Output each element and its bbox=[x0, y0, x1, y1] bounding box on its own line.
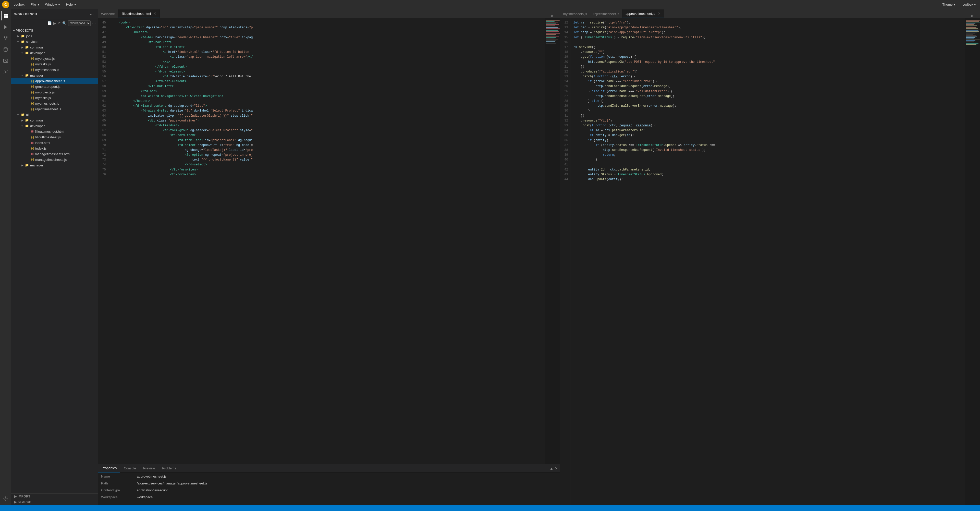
sidebar-import[interactable]: ▶ IMPORT bbox=[11, 493, 98, 499]
tree-item-managetimesheets-js[interactable]: ▶ {·} managetimesheets.js bbox=[11, 157, 98, 162]
more-tabs-icon[interactable]: ⋯ bbox=[554, 14, 558, 18]
tab-welcome[interactable]: Welcome bbox=[98, 10, 118, 18]
sidebar-search[interactable]: ▶ SEARCH bbox=[11, 499, 98, 505]
activity-explorer[interactable] bbox=[1, 11, 10, 21]
panel-label-path: Path bbox=[101, 481, 137, 485]
sidebar-content: ▾ PROJECTS ▶ 📁 jobs ▾ 📁 services bbox=[11, 27, 98, 493]
left-line-numbers: 45 46 47 48 49 50 51 52 53 54 55 56 bbox=[98, 18, 108, 464]
tab-fillouttimesheet-html[interactable]: fillouttimesheet.html ✕ bbox=[118, 10, 160, 18]
tree-item-services-developer[interactable]: ▾ 📁 developer bbox=[11, 50, 98, 56]
sidebar-title: Workbench bbox=[14, 13, 37, 16]
tree-file-icon[interactable]: 📄 bbox=[48, 21, 52, 25]
workspace-selector[interactable]: workspace bbox=[68, 21, 91, 26]
tree-item-mytasks-mgr[interactable]: ▶ {·} mytasks.js bbox=[11, 95, 98, 100]
panel-close-icon[interactable]: ✕ bbox=[555, 466, 558, 470]
panel-tab-properties[interactable]: Properties bbox=[98, 464, 120, 473]
panel-label-name: Name bbox=[101, 474, 137, 478]
tree-item-mytimesheets-dev[interactable]: ▶ {·} mytimesheets.js bbox=[11, 67, 98, 73]
left-code-editor: 45 46 47 48 49 50 51 52 53 54 55 56 bbox=[98, 18, 560, 464]
svg-line-9 bbox=[4, 38, 6, 39]
projects-header[interactable]: ▾ PROJECTS bbox=[11, 28, 98, 33]
tree-item-ui-developer[interactable]: ▾ 📁 developer bbox=[11, 123, 98, 129]
panel-tab-problems[interactable]: Problems bbox=[159, 464, 180, 473]
tree-item-fillouttimesheet-html[interactable]: ▶ ⊞ fillouttimesheet.html bbox=[11, 129, 98, 134]
activity-settings[interactable] bbox=[1, 493, 10, 503]
left-code-content[interactable]: <body> <fd-wizard dg-size="md" current-s… bbox=[108, 18, 545, 464]
panel-tab-console[interactable]: Console bbox=[120, 464, 140, 473]
tree-item-myprojects-dev[interactable]: ▶ {·} myprojects.js bbox=[11, 56, 98, 61]
tree-item-ui-common[interactable]: ▶ 📁 common bbox=[11, 118, 98, 123]
panel-row-contenttype: ContentType application/javascript bbox=[101, 488, 557, 492]
svg-point-7 bbox=[5, 39, 6, 40]
activity-database[interactable] bbox=[1, 45, 10, 54]
tree-search-icon[interactable]: 🔍 bbox=[62, 21, 67, 25]
menu-codbex[interactable]: codbex bbox=[11, 2, 27, 7]
right-code-editor: 12 13 14 15 16 17 18 19 20 21 22 23 24 2… bbox=[560, 18, 980, 505]
tree-item-index-js[interactable]: ▶ {·} index.js bbox=[11, 145, 98, 151]
projects-section: ▾ PROJECTS ▶ 📁 jobs ▾ 📁 services bbox=[11, 27, 98, 169]
svg-point-15 bbox=[5, 498, 6, 499]
app-logo: C bbox=[2, 1, 9, 8]
tree-item-fillouttimesheet-js[interactable]: ▶ {·} fillouttimesheet.js bbox=[11, 134, 98, 140]
tree-item-services-common[interactable]: ▶ 📁 common bbox=[11, 45, 98, 50]
panel-row-path: Path /aion-ext/services/manager/approvet… bbox=[101, 481, 557, 485]
left-minimap bbox=[545, 18, 560, 464]
tree-item-services[interactable]: ▾ 📁 services bbox=[11, 39, 98, 45]
tree-more-icon[interactable]: ⋯ bbox=[92, 21, 96, 25]
tree-refresh-icon[interactable]: ↺ bbox=[58, 21, 61, 25]
right-editor-pane: mytimesheets.js rejecttimesheet.js appro… bbox=[560, 9, 980, 505]
activity-terminal[interactable] bbox=[1, 56, 10, 65]
tab-close-fillouttimesheet[interactable]: ✕ bbox=[153, 11, 156, 16]
svg-rect-1 bbox=[6, 14, 8, 16]
left-editor-main: 45 46 47 48 49 50 51 52 53 54 55 56 bbox=[98, 18, 560, 464]
tab-mytimesheets[interactable]: mytimesheets.js bbox=[560, 10, 590, 18]
editor-area: Welcome fillouttimesheet.html ✕ ⧉ ⋯ 45 bbox=[98, 9, 980, 505]
tree-item-ui[interactable]: ▾ 📁 ui bbox=[11, 112, 98, 118]
svg-rect-2 bbox=[4, 16, 6, 18]
menu-codbex-right[interactable]: codbex ▾ bbox=[960, 2, 978, 7]
tree-item-approvetimesheet[interactable]: ▶ {·} approvetimesheet.js bbox=[11, 78, 98, 84]
tree-item-mytimesheets-mgr[interactable]: ▶ {·} mytimesheets.js bbox=[11, 100, 98, 106]
tree-item-managetimesheets-html[interactable]: ▶ ⊞ managetimesheets.html bbox=[11, 151, 98, 157]
tab-rejecttimesheet[interactable]: rejecttimesheet.js bbox=[590, 10, 622, 18]
sidebar-header: Workbench ⋯ bbox=[11, 9, 98, 19]
tree-item-jobs[interactable]: ▶ 📁 jobs bbox=[11, 33, 98, 39]
right-code-content[interactable]: let rs = require("http/v4/rs"); let dao … bbox=[570, 18, 965, 505]
panel-label-contenttype: ContentType bbox=[101, 488, 137, 492]
activity-run[interactable] bbox=[1, 22, 10, 32]
menu-bar: C codbex File ▾ Window ▾ Help ▾ Theme ▾ … bbox=[0, 0, 980, 9]
right-split-icon[interactable]: ⧉ bbox=[971, 14, 974, 18]
tab-close-approvetimesheet[interactable]: ✕ bbox=[658, 11, 661, 16]
tree-item-ui-manager[interactable]: ▶ 📁 manager bbox=[11, 162, 98, 168]
tree-item-index-html[interactable]: ▶ ⊞ index.html bbox=[11, 140, 98, 145]
right-tab-actions: ⧉ ⋯ bbox=[969, 14, 980, 18]
activity-extensions[interactable] bbox=[1, 67, 10, 76]
right-minimap bbox=[965, 18, 980, 505]
tree-item-generatereport[interactable]: ▶ {·} generatereport.js bbox=[11, 84, 98, 89]
panel-tabs: Properties Console Preview Problems ▲ bbox=[98, 464, 560, 473]
tree-run-icon[interactable]: ▶ bbox=[53, 21, 56, 25]
split-editor-icon[interactable]: ⧉ bbox=[551, 14, 553, 18]
menu-theme[interactable]: Theme ▾ bbox=[940, 2, 957, 7]
panel-minimize-icon[interactable]: ▲ bbox=[550, 466, 553, 470]
panel-label-workspace: Workspace bbox=[101, 495, 137, 499]
sidebar-action-new-file[interactable]: ⋯ bbox=[89, 11, 95, 17]
tree-item-myprojects-mgr[interactable]: ▶ {·} myprojects.js bbox=[11, 89, 98, 95]
menu-window[interactable]: Window ▾ bbox=[43, 2, 62, 7]
panel-tab-preview[interactable]: Preview bbox=[140, 464, 159, 473]
svg-point-5 bbox=[4, 37, 5, 37]
menu-help[interactable]: Help ▾ bbox=[63, 2, 78, 7]
tree-item-rejecttimesheet[interactable]: ▶ {·} rejecttimesheet.js bbox=[11, 106, 98, 112]
panel-row-workspace: Workspace workspace bbox=[101, 495, 557, 499]
right-more-tabs-icon[interactable]: ⋯ bbox=[974, 14, 978, 18]
activity-git[interactable] bbox=[1, 34, 10, 43]
menu-file[interactable]: File ▾ bbox=[28, 2, 41, 7]
menu-right: Theme ▾ codbex ▾ bbox=[940, 2, 978, 7]
panel-row-name: Name approvetimesheet.js bbox=[101, 474, 557, 478]
panel-value-contenttype: application/javascript bbox=[137, 488, 168, 492]
svg-line-10 bbox=[6, 38, 7, 39]
tree-item-mytasks-dev[interactable]: ▶ {·} mytasks.js bbox=[11, 61, 98, 67]
tab-approvetimesheet[interactable]: approvetimesheet.js ✕ bbox=[622, 10, 664, 18]
activity-bar bbox=[0, 9, 11, 505]
tree-item-manager[interactable]: ▾ 📁 manager bbox=[11, 73, 98, 78]
